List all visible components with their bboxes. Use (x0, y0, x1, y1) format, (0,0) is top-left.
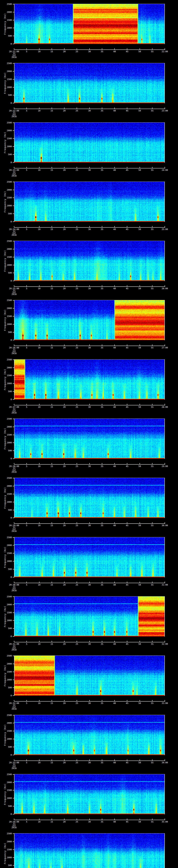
x-tick-label: 5 (26, 169, 27, 172)
x-start-time-label: 20:22:00 (9, 110, 19, 112)
y-tick-label: 1500 (0, 612, 12, 614)
x-tick-label: 45 (126, 287, 128, 290)
x-tick (77, 641, 77, 642)
x-tick-label: 25 (76, 465, 78, 467)
date-line: 2016 (0, 530, 28, 532)
x-tick (114, 759, 115, 761)
x-tick-label: 35 (101, 762, 103, 764)
date-line: 2016 (0, 56, 28, 58)
y-tick-label: 2500 (0, 833, 12, 835)
x-tick (102, 226, 102, 227)
y-tick (13, 656, 14, 656)
x-tick-label: 30 (88, 702, 91, 705)
x-tick (127, 167, 127, 168)
x-start-time-label: 20:21:00 (9, 50, 19, 53)
x-tick-label: 45 (126, 702, 128, 705)
plot-area (14, 4, 165, 44)
x-tick-label: 35 (101, 643, 103, 645)
x-tick-label: 5 (26, 346, 27, 349)
x-tick-label: 20 (63, 169, 65, 172)
x-tick (165, 48, 165, 50)
x-tick (102, 582, 102, 583)
x-tick (14, 818, 14, 820)
x-tick (165, 759, 165, 761)
x-tick (89, 759, 90, 761)
x-tick-label: 50 (138, 762, 141, 764)
x-tick (152, 759, 152, 761)
x-tick-label: 25 (76, 762, 78, 764)
y-tick (13, 723, 14, 723)
y-tick-label: 0 (0, 102, 12, 104)
x-end-time-label: 24:00 (162, 169, 168, 172)
y-tick-label: 1000 (0, 619, 12, 621)
y-tick-label: 1500 (0, 434, 12, 436)
y-tick-label: 500 (0, 391, 12, 393)
x-tick (114, 818, 115, 820)
x-tick (140, 582, 140, 583)
x-tick (165, 582, 165, 583)
x-tick-label: 35 (101, 820, 103, 823)
x-axis-line (14, 346, 165, 346)
x-tick-label: 25 (76, 584, 78, 586)
x-axis-line (14, 583, 165, 583)
y-tick-label: 500 (0, 35, 12, 37)
x-tick (39, 582, 39, 583)
y-tick-label: 0 (0, 517, 12, 519)
x-tick (14, 226, 14, 227)
x-tick-label: 35 (101, 465, 103, 467)
x-tick-label: 15 (51, 110, 53, 112)
x-axis-line (14, 464, 165, 465)
x-tick-label: 45 (126, 228, 128, 230)
y-tick (13, 731, 14, 731)
x-tick (89, 404, 90, 405)
y-tick-label: 1500 (0, 137, 12, 140)
x-tick (102, 167, 102, 168)
y-tick-label: 500 (0, 213, 12, 215)
x-tick-label: 10 (38, 643, 40, 645)
y-tick-label: 500 (0, 153, 12, 156)
x-tick-label: 45 (126, 50, 128, 53)
x-tick-label: 15 (51, 346, 53, 349)
x-tick-label: 25 (76, 110, 78, 112)
x-start-time-label: 20:34:00 (9, 820, 19, 823)
x-tick (26, 226, 27, 227)
y-tick (13, 849, 14, 850)
x-tick-label: 40 (113, 820, 116, 823)
y-tick-label: 1500 (0, 493, 12, 495)
x-start-time-label: 20:28:00 (9, 465, 19, 467)
x-tick-label: 10 (38, 228, 40, 230)
date-label: 12Jul2016 (0, 527, 28, 532)
y-tick-label: 1500 (0, 671, 12, 673)
plot-area (14, 63, 165, 103)
x-end-time-label: 32:00 (162, 643, 168, 645)
x-tick (114, 48, 115, 50)
spectrogram-image (14, 4, 165, 44)
spectrogram-image (14, 774, 165, 814)
x-start-time-label: 20:26:00 (9, 346, 19, 349)
y-tick (13, 451, 14, 451)
x-start-time-label: 20:30:00 (9, 584, 19, 586)
x-tick-label: 5 (26, 228, 27, 230)
y-tick (13, 368, 14, 368)
x-axis-line (14, 701, 165, 702)
x-tick-label: 20 (63, 584, 65, 586)
x-tick (77, 818, 77, 820)
x-tick (152, 818, 152, 820)
y-tick (13, 138, 14, 139)
x-tick (89, 818, 90, 820)
x-tick-label: 20 (63, 110, 65, 112)
x-tick (140, 107, 140, 109)
plot-area (14, 715, 165, 755)
x-tick-label: 30 (88, 643, 91, 645)
x-tick (52, 641, 52, 642)
y-tick-label: 2000 (0, 248, 12, 250)
x-tick (26, 522, 27, 524)
y-tick (13, 257, 14, 257)
y-tick (13, 324, 14, 324)
x-tick-label: 55 (151, 287, 153, 290)
y-tick (13, 87, 14, 88)
x-tick (26, 285, 27, 287)
x-tick (64, 759, 64, 761)
y-tick-label: 1000 (0, 205, 12, 207)
x-tick (152, 522, 152, 524)
